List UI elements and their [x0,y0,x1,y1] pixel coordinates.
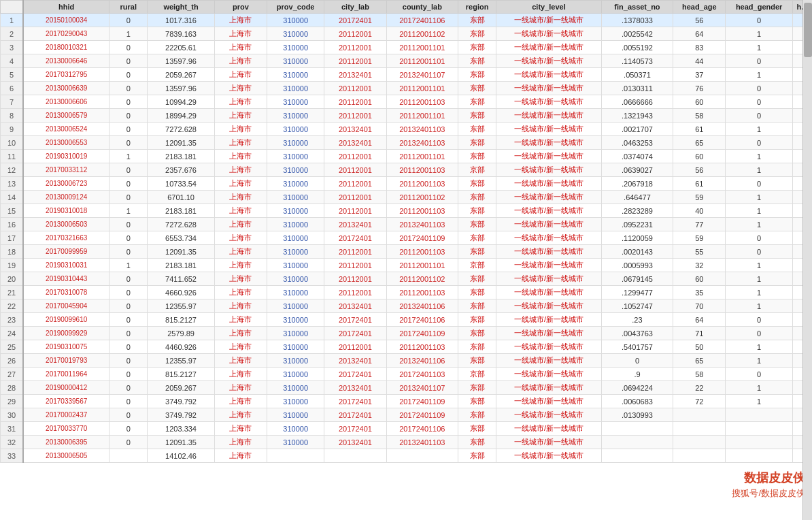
cell-weight: 10733.54 [148,177,214,191]
cell-head-age: 40 [673,204,726,218]
row-number: 1 [1,14,24,27]
cell-region: 东部 [458,286,496,299]
cell-city-level: 一线城市/新一线城市 [496,27,602,41]
row-number: 31 [1,422,24,436]
cell-prov: 上海市 [214,422,267,436]
cell-city-lab: 20172401 [324,231,386,245]
cell-rural: 0 [109,327,148,340]
cell-head-age: 64 [673,313,726,327]
table-row: 3220130006395012091.35上海市310000201324012… [1,436,812,449]
cell-weight: 1017.316 [148,14,214,27]
col-header-weight[interactable]: weight_th [148,1,214,14]
cell-prov: 上海市 [214,41,267,54]
cell-prov: 上海市 [214,313,267,327]
row-number: 5 [1,68,24,82]
row-number: 22 [1,299,24,313]
cell-county-lab: 20112001101 [386,150,458,163]
cell-prov-code: 310000 [267,204,324,218]
col-header-prov[interactable]: prov [214,1,267,14]
cell-prov: 上海市 [214,54,267,68]
cell-prov-code: 310000 [267,136,324,150]
cell-prov-code: 310000 [267,82,324,95]
cell-prov-code: 310000 [267,41,324,54]
cell-prov: 上海市 [214,123,267,136]
cell-head-gender: 1 [726,150,792,163]
col-header-city-level[interactable]: city_level [496,1,602,14]
cell-prov: 上海市 [214,14,267,27]
cell-city-level: 一线城市/新一线城市 [496,259,602,272]
cell-prov: 上海市 [214,381,267,395]
cell-hhid: 20190099610 [23,313,109,327]
cell-rural: 0 [109,68,148,82]
cell-rural: 0 [109,313,148,327]
cell-prov-code: 310000 [267,354,324,368]
cell-hhid: 20190310019 [23,150,109,163]
scrollbar-thumb[interactable] [804,3,812,57]
cell-rural: 1 [109,259,148,272]
col-header-rural[interactable]: rural [109,1,148,14]
cell-region: 东部 [458,449,496,463]
col-header-hhid[interactable]: hhid [23,1,109,14]
cell-prov: 上海市 [214,204,267,218]
cell-hhid: 20130006646 [23,54,109,68]
cell-city-lab: 20112001 [324,286,386,299]
col-header-head-gender[interactable]: head_gender [726,1,792,14]
cell-city-level: 一线城市/新一线城市 [496,354,602,368]
cell-city-level: 一线城市/新一线城市 [496,231,602,245]
cell-hhid: 20130006606 [23,95,109,109]
row-number: 21 [1,286,24,299]
cell-rural: 0 [109,41,148,54]
cell-prov-code: 310000 [267,299,324,313]
cell-city-lab: 20132401 [324,68,386,82]
cell-prov-code: 310000 [267,109,324,123]
cell-region: 东部 [458,41,496,54]
cell-county-lab: 20132401103 [386,218,458,231]
col-header-region[interactable]: region [458,1,496,14]
cell-head-gender: 0 [726,82,792,95]
cell-head-gender: 0 [726,245,792,259]
table-row: 27201700119640815.2127上海市310000201724012… [1,368,812,381]
cell-head-age: 61 [673,123,726,136]
cell-head-age [673,422,726,436]
cell-county-lab: 20132401106 [386,354,458,368]
cell-prov: 上海市 [214,150,267,163]
cell-head-gender: 1 [726,299,792,313]
cell-rural: 0 [109,136,148,150]
cell-hhid: 20170339567 [23,395,109,408]
cell-region: 京部 [458,259,496,272]
cell-region: 东部 [458,272,496,286]
cell-weight: 12091.35 [148,136,214,150]
cell-fin-asset: .050371 [601,68,673,82]
table-row: 252019031007504460.926上海市310000201120012… [1,340,812,354]
vertical-scrollbar[interactable] [802,0,812,520]
cell-region: 东部 [458,422,496,436]
cell-city-level: 一线城市/新一线城市 [496,14,602,27]
cell-prov: 上海市 [214,449,267,463]
cell-region: 东部 [458,299,496,313]
cell-rural: 0 [109,381,148,395]
cell-city-lab: 20132401 [324,381,386,395]
col-header-prov-code[interactable]: prov_code [267,1,324,14]
cell-city-lab: 20112001 [324,82,386,95]
table-row: 52017031279502059.267上海市3100002013240120… [1,68,812,82]
cell-county-lab: 20132401103 [386,136,458,150]
col-header-head-age[interactable]: head_age [673,1,726,14]
cell-hhid: 20170045904 [23,299,109,313]
cell-head-gender: 0 [726,368,792,381]
col-header-fin-asset[interactable]: fin_asset_no [601,1,673,14]
cell-county-lab: 20112001101 [386,41,458,54]
row-number: 8 [1,109,24,123]
cell-rural: 0 [109,95,148,109]
cell-fin-asset: .0679145 [601,272,673,286]
cell-hhid: 20190310443 [23,272,109,286]
cell-region: 东部 [458,68,496,82]
col-header-county-lab[interactable]: county_lab [386,1,458,14]
cell-city-level: 一线城市/新一线城市 [496,68,602,82]
row-number: 12 [1,163,24,177]
cell-city-level: 一线城市/新一线城市 [496,245,602,259]
table-row: 212017031007804660.926上海市310000201120012… [1,286,812,299]
cell-head-gender: 1 [726,286,792,299]
cell-rural: 0 [109,231,148,245]
col-header-city-lab[interactable]: city_lab [324,1,386,14]
cell-fin-asset: .0055192 [601,41,673,54]
